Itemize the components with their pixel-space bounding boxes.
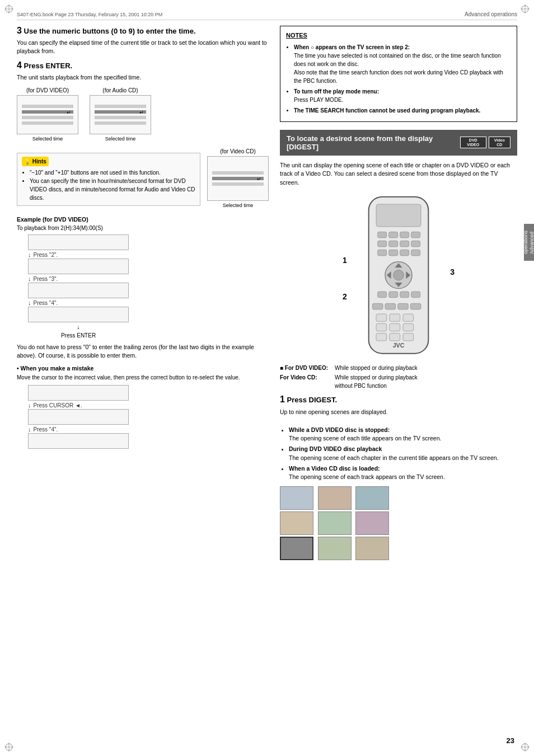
- svg-text:JVC: JVC: [393, 342, 405, 349]
- mistake-title: • When you make a mistake: [17, 365, 269, 372]
- hint-item-2: You can specify the time in hour/minute/…: [30, 177, 195, 202]
- press-label-3: ↓ Press "4".: [28, 299, 58, 306]
- svg-rect-35: [411, 292, 420, 298]
- mistake-section: • When you make a mistake Move the curso…: [17, 365, 269, 450]
- side-tab: Advancedoperations: [524, 224, 534, 261]
- example-label: Example (for DVD VIDEO): [17, 216, 269, 223]
- notes-title: NOTES: [286, 31, 511, 40]
- bullet-title-2: During DVD VIDEO disc playback: [289, 445, 382, 452]
- vcd-note-row: For Video CD: While stopped or during pl…: [280, 373, 517, 390]
- corner-br: [521, 743, 530, 752]
- press-box-4: [28, 307, 129, 322]
- svg-rect-23: [389, 250, 398, 256]
- final-arrow: ↓: [77, 323, 80, 330]
- dvd-screen-label: (for DVD VIDEO): [26, 87, 69, 93]
- remote-svg: JVC: [354, 193, 443, 357]
- screen-line-3: [22, 116, 73, 119]
- cd-screen-line-4: [95, 121, 146, 125]
- bullet-text-1: The opening scene of each title appears …: [289, 435, 441, 442]
- dvd-screen-group: (for DVD VIDEO) ↵ Selected time: [17, 87, 78, 142]
- side-tab-text: Advancedoperations: [523, 231, 534, 254]
- right-column: NOTES When ○ appears on the TV screen in…: [280, 26, 517, 565]
- notes-list: When ○ appears on the TV screen in step …: [294, 43, 511, 115]
- mistake-label-2: ↓ Press "4".: [28, 426, 58, 433]
- svg-rect-21: [411, 241, 420, 247]
- svg-rect-34: [400, 292, 409, 298]
- svg-rect-14: [378, 232, 387, 238]
- step4-title: Press ENTER.: [24, 62, 73, 70]
- cd-screen-group: (for Audio CD) ↵ Selected time: [90, 87, 151, 142]
- svg-rect-22: [378, 250, 387, 256]
- thumb-4: [280, 511, 313, 535]
- cd-screen-label: (for Audio CD): [102, 87, 138, 93]
- step3-body: You can specify the elapsed time of the …: [17, 39, 269, 55]
- digest-bullets: While a DVD VIDEO disc is stopped: The o…: [289, 426, 517, 482]
- svg-rect-45: [403, 323, 414, 331]
- svg-rect-44: [390, 323, 400, 331]
- example-sub: To playback from 2(H):34(M):00(S): [17, 225, 269, 231]
- thumbnail-grid: [280, 486, 392, 560]
- step3-title: Use the numeric buttons (0 to 9) to ente…: [24, 27, 196, 35]
- bullet-text-2: The opening scene of each chapter in the…: [289, 454, 499, 461]
- mistake-press-box-3: [28, 433, 129, 449]
- dvd-screen-caption: Selected time: [32, 136, 63, 142]
- press-box-1: [28, 234, 129, 250]
- mistake-label-1: ↓ Press CURSOR ◄.: [28, 402, 82, 408]
- note-sub-1a: The time you have selected is not contai…: [294, 53, 501, 67]
- svg-rect-47: [390, 333, 400, 340]
- screen-line-4: [22, 121, 73, 125]
- thumb-7: [280, 537, 313, 560]
- svg-rect-41: [390, 314, 400, 321]
- note-sub-1b: Also note that the time search function …: [294, 69, 503, 84]
- digest-body: Up to nine opening scenes are displayed.…: [280, 408, 517, 482]
- mistake-press-sequence: ↓ Press CURSOR ◄. ↓ Press "4".: [28, 385, 269, 450]
- step4-heading: 4 Press ENTER.: [17, 60, 269, 71]
- section-title-header: Advanced operations: [465, 11, 517, 17]
- digest-step-title: Press DIGEST.: [287, 396, 338, 404]
- vcd-line-1: [212, 171, 264, 175]
- page-number: 23: [507, 736, 514, 745]
- trailing-zeros-note: You do not have to press "0" to enter th…: [17, 343, 269, 359]
- digest-bullet-2: During DVD VIDEO disc playback The openi…: [289, 445, 517, 463]
- svg-rect-36: [372, 303, 383, 309]
- cd-screen-line-3: [95, 116, 146, 119]
- screen-line-1: [22, 105, 73, 108]
- svg-rect-20: [400, 241, 409, 247]
- corner-tl: [4, 4, 13, 13]
- press-enter-group: ↓ Press ENTER: [28, 323, 129, 339]
- note-bold-2: To turn off the play mode menu:: [294, 88, 379, 95]
- hints-row: 💡 Hints "−10" and "+10" buttons are not …: [17, 148, 269, 210]
- left-column: 3 Use the numeric buttons (0 to 9) to en…: [17, 26, 269, 565]
- corner-tr: [521, 4, 530, 13]
- bullet-title-1: While a DVD VIDEO disc is stopped:: [289, 426, 390, 433]
- step4-body: The unit starts playback from the specif…: [17, 73, 269, 82]
- step-indicator-3: 3: [450, 267, 455, 276]
- svg-rect-17: [411, 232, 420, 238]
- mistake-press-box-2: [28, 409, 129, 425]
- badge-vcd: Video CD: [489, 137, 510, 148]
- note-bold-3: The TIME SEARCH function cannot be used …: [294, 107, 480, 114]
- dvd-note-row: ■ For DVD VIDEO: While stopped or during…: [280, 364, 517, 372]
- press-final: Press ENTER: [28, 332, 129, 339]
- press-box-2: [28, 259, 129, 274]
- svg-rect-25: [411, 250, 420, 256]
- svg-rect-24: [400, 250, 409, 256]
- svg-rect-42: [403, 314, 414, 321]
- svg-rect-46: [376, 333, 387, 340]
- screens-row: (for DVD VIDEO) ↵ Selected time (for Aud…: [17, 87, 269, 142]
- press-label-2: ↓ Press "3".: [28, 275, 58, 282]
- thumb-8: [318, 537, 352, 560]
- notes-box: NOTES When ○ appears on the TV screen in…: [280, 26, 517, 122]
- thumb-9: [355, 537, 389, 560]
- press-sequence: ↓ Press "2". ↓ Press "3". ↓ Press "4". ↓…: [28, 234, 269, 339]
- svg-rect-32: [378, 292, 387, 298]
- thumb-5: [318, 511, 352, 535]
- hints-area: 💡 Hints "−10" and "+10" buttons are not …: [17, 148, 200, 210]
- hint-item-1: "−10" and "+10" buttons are not used in …: [30, 168, 195, 177]
- videocd-screen-box: ↵: [207, 156, 269, 201]
- digest-step: 1 Press DIGEST.: [280, 395, 517, 405]
- section-banner: To locate a desired scene from the displ…: [280, 130, 517, 156]
- vcd-note-values: While stopped or during playback without…: [335, 373, 418, 390]
- press-label-1: ↓ Press "2".: [28, 251, 58, 258]
- digest-step-number: 1: [280, 395, 285, 404]
